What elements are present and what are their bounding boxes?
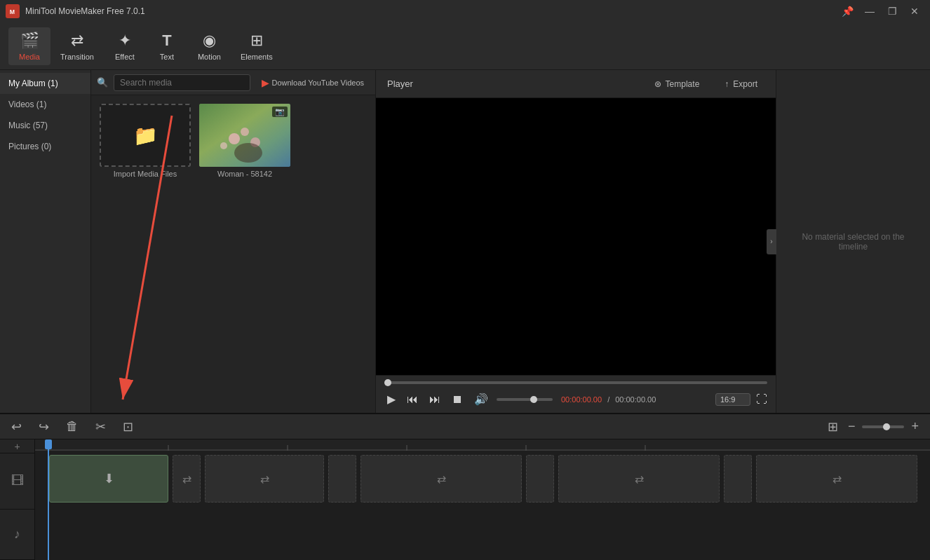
toolbar-text[interactable]: T Text	[146, 27, 188, 65]
controls-row: ▶ ⏮ ⏭ ⏹ 🔊 00:00:00.00 / 00:00:00.00 16:9…	[384, 391, 767, 407]
toolbar-media[interactable]: 🎬 Media	[8, 27, 50, 65]
app-icon: M	[6, 4, 20, 18]
volume-button[interactable]: 🔊	[471, 391, 491, 407]
export-button[interactable]: ↑ Export	[717, 76, 764, 92]
swap-icon-4: ⇄	[635, 472, 644, 486]
sidebar-item-my-album[interactable]: My Album (1)	[0, 73, 90, 94]
timeline-body: + 🎞 ♪	[0, 439, 930, 560]
template-button[interactable]: ⊛ Template	[647, 76, 707, 92]
time-separator: /	[607, 395, 609, 404]
play-button[interactable]: ▶	[384, 391, 398, 407]
minimize-button[interactable]: —	[860, 4, 880, 19]
media-icon: 🎬	[20, 32, 39, 50]
prev-frame-button[interactable]: ⏮	[404, 392, 421, 407]
video-clip-2[interactable]: ⇄	[205, 455, 324, 503]
left-panel: My Album (1) Videos (1) Music (57) Pictu…	[0, 70, 375, 413]
swap-icon-1: ⇄	[182, 472, 191, 486]
transition-icon: ⇄	[71, 32, 83, 50]
video-clip-3[interactable]: ⇄	[360, 455, 522, 503]
add-track-button[interactable]: +	[0, 439, 34, 453]
fullscreen-button[interactable]: ⛶	[756, 393, 767, 406]
progress-thumb[interactable]	[384, 379, 391, 386]
sidebar-item-pictures[interactable]: Pictures (0)	[0, 136, 90, 157]
media-label: Media	[19, 53, 40, 61]
toolbar-effect[interactable]: ✦ Effect	[104, 27, 146, 65]
zoom-in-button[interactable]: +	[908, 418, 922, 435]
redo-button[interactable]: ↪	[36, 418, 52, 436]
volume-slider[interactable]	[497, 398, 553, 401]
timeline-tracks: ⬇ ⇄ ⇄ ⇄ ⇄	[35, 439, 930, 560]
template-label: Template	[666, 79, 700, 89]
text-icon: T	[162, 32, 171, 50]
maximize-button[interactable]: ❐	[882, 4, 902, 19]
window-controls: 📌 — ❐ ✕	[837, 4, 924, 19]
toolbar-elements[interactable]: ⊞ Elements	[231, 27, 283, 65]
zoom-out-button[interactable]: −	[845, 418, 858, 435]
folder-icon: 📁	[133, 124, 158, 147]
swap-icon-2: ⇄	[260, 472, 269, 486]
titlebar: M MiniTool MovieMaker Free 7.0.1 📌 — ❐ ✕	[0, 0, 930, 22]
zoom-fit-button[interactable]: ⊞	[825, 418, 841, 436]
effect-icon: ✦	[119, 32, 131, 50]
player-header: Player ⊛ Template ↑ Export	[376, 70, 776, 98]
elements-label: Elements	[241, 53, 273, 61]
import-label: Import Media Files	[114, 170, 177, 178]
delete-button[interactable]: 🗑	[63, 418, 81, 435]
next-frame-button[interactable]: ⏭	[426, 392, 443, 407]
transition-slot-4[interactable]	[724, 455, 752, 503]
toolbar-motion[interactable]: ◉ Motion	[188, 27, 231, 65]
video-track-icon: 🎞	[11, 474, 24, 489]
track-labels: + 🎞 ♪	[0, 439, 35, 560]
panel-toggle-button[interactable]: ›	[767, 229, 776, 254]
import-media-item[interactable]: 📁 Import Media Files	[100, 104, 191, 178]
motion-icon: ◉	[203, 32, 216, 50]
crop-button[interactable]: ⊡	[120, 418, 136, 436]
toolbar-transition[interactable]: ⇄ Transition	[50, 27, 104, 65]
clip-download-icon: ⬇	[104, 471, 114, 486]
sidebar-item-videos[interactable]: Videos (1)	[0, 94, 90, 115]
text-label: Text	[160, 53, 174, 61]
stop-button[interactable]: ⏹	[449, 392, 466, 407]
transition-slot-2[interactable]	[328, 455, 356, 503]
zoom-controls: ⊞ − +	[825, 418, 922, 436]
transition-slot-3[interactable]	[526, 455, 554, 503]
download-youtube-button[interactable]: ▶ Download YouTube Videos	[256, 75, 370, 90]
right-panel: › No material selected on the timeline	[776, 70, 930, 413]
close-button[interactable]: ✕	[905, 4, 924, 19]
search-input[interactable]	[114, 74, 250, 91]
svg-point-7	[234, 143, 262, 163]
pin-button[interactable]: 📌	[837, 4, 857, 19]
aspect-ratio-select[interactable]: 16:9 9:16 4:3 1:1	[715, 393, 750, 406]
audio-track-icon: ♪	[14, 527, 20, 542]
video-clip-4[interactable]: ⇄	[558, 455, 720, 503]
swap-icon-3: ⇄	[437, 472, 446, 486]
player-title: Player	[387, 78, 636, 89]
time-total: 00:00:00.00	[615, 395, 656, 404]
camera-badge: 📷	[272, 107, 288, 117]
video-clip-1[interactable]: ⬇	[49, 455, 168, 503]
player-video	[376, 98, 776, 375]
volume-thumb	[530, 396, 537, 403]
transition-slot-1[interactable]: ⇄	[173, 455, 201, 503]
album-sidebar: My Album (1) Videos (1) Music (57) Pictu…	[0, 70, 375, 413]
undo-button[interactable]: ↩	[8, 418, 25, 436]
cut-button[interactable]: ✂	[93, 418, 109, 436]
video-track-label: 🎞	[0, 453, 34, 510]
video-media-item[interactable]: 📷 Woman - 58142	[199, 104, 290, 178]
template-icon: ⊛	[654, 79, 661, 89]
download-yt-label: Download YouTube Videos	[272, 78, 365, 87]
motion-label: Motion	[198, 53, 221, 61]
sidebar-item-music[interactable]: Music (57)	[0, 115, 90, 136]
svg-text:M: M	[10, 8, 15, 15]
playhead[interactable]	[48, 439, 49, 560]
timeline-toolbar: ↩ ↪ 🗑 ✂ ⊡ ⊞ − +	[0, 414, 930, 439]
zoom-slider[interactable]	[862, 425, 904, 428]
export-icon: ↑	[725, 79, 729, 89]
album-list: My Album (1) Videos (1) Music (57) Pictu…	[0, 70, 91, 413]
video-clip-5[interactable]: ⇄	[756, 455, 917, 503]
svg-point-4	[241, 128, 249, 136]
playhead-handle	[45, 439, 52, 449]
player-controls: ▶ ⏮ ⏭ ⏹ 🔊 00:00:00.00 / 00:00:00.00 16:9…	[376, 375, 776, 413]
video-label: Woman - 58142	[217, 170, 272, 178]
progress-bar[interactable]	[384, 381, 767, 384]
